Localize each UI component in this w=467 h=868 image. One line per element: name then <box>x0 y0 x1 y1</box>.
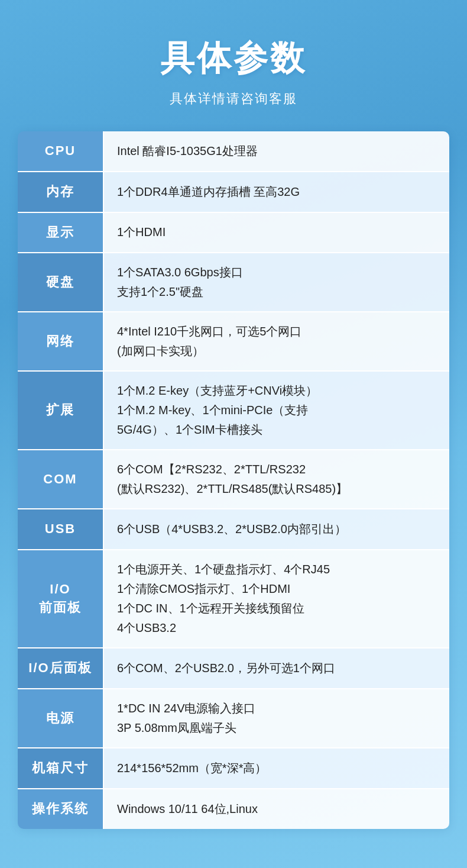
spec-value: 1个M.2 E-key（支持蓝牙+CNVi模块） 1个M.2 M-key、1个m… <box>103 371 449 450</box>
table-row: 机箱尺寸214*156*52mm（宽*深*高） <box>18 748 449 789</box>
spec-value: 6个COM【2*RS232、2*TTL/RS232 (默认RS232)、2*TT… <box>103 450 449 509</box>
spec-label: COM <box>18 450 103 509</box>
table-row: I/O后面板6个COM、2个USB2.0，另外可选1个网口 <box>18 648 449 689</box>
table-row: 显示1个HDMI <box>18 212 449 253</box>
spec-label: I/O 前面板 <box>18 550 103 648</box>
spec-value: 214*156*52mm（宽*深*高） <box>103 748 449 789</box>
spec-value: 1个SATA3.0 6Gbps接口 支持1个2.5"硬盘 <box>103 253 449 312</box>
spec-label: 电源 <box>18 689 103 748</box>
table-row: 内存1个DDR4单通道内存插槽 至高32G <box>18 172 449 212</box>
table-row: I/O 前面板1个电源开关、1个硬盘指示灯、4个RJ45 1个清除CMOS指示灯… <box>18 550 449 648</box>
table-row: 硬盘1个SATA3.0 6Gbps接口 支持1个2.5"硬盘 <box>18 253 449 312</box>
spec-label: 网络 <box>18 312 103 371</box>
page-title: 具体参数 <box>160 36 307 82</box>
table-row: COM6个COM【2*RS232、2*TTL/RS232 (默认RS232)、2… <box>18 450 449 509</box>
spec-value: 1*DC IN 24V电源输入接口 3P 5.08mm凤凰端子头 <box>103 689 449 748</box>
spec-label: USB <box>18 509 103 550</box>
spec-label: 操作系统 <box>18 789 103 829</box>
table-row: 电源1*DC IN 24V电源输入接口 3P 5.08mm凤凰端子头 <box>18 689 449 748</box>
spec-label: 显示 <box>18 212 103 253</box>
spec-label: CPU <box>18 131 103 172</box>
table-row: CPUIntel 酷睿I5-1035G1处理器 <box>18 131 449 172</box>
spec-label: 机箱尺寸 <box>18 748 103 789</box>
spec-value: 6个COM、2个USB2.0，另外可选1个网口 <box>103 648 449 689</box>
spec-value: 1个HDMI <box>103 212 449 253</box>
page-subtitle: 具体详情请咨询客服 <box>170 90 297 108</box>
spec-value: 4*Intel I210千兆网口，可选5个网口 (加网口卡实现） <box>103 312 449 371</box>
spec-value: Windows 10/11 64位,Linux <box>103 789 449 829</box>
spec-label: I/O后面板 <box>18 648 103 689</box>
spec-value: 1个DDR4单通道内存插槽 至高32G <box>103 172 449 212</box>
spec-value: Intel 酷睿I5-1035G1处理器 <box>103 131 449 172</box>
spec-label: 内存 <box>18 172 103 212</box>
table-row: 操作系统Windows 10/11 64位,Linux <box>18 789 449 829</box>
table-row: 扩展1个M.2 E-key（支持蓝牙+CNVi模块） 1个M.2 M-key、1… <box>18 371 449 450</box>
spec-value: 1个电源开关、1个硬盘指示灯、4个RJ45 1个清除CMOS指示灯、1个HDMI… <box>103 550 449 648</box>
table-row: USB6个USB（4*USB3.2、2*USB2.0内部引出） <box>18 509 449 550</box>
spec-label: 扩展 <box>18 371 103 450</box>
table-row: 网络4*Intel I210千兆网口，可选5个网口 (加网口卡实现） <box>18 312 449 371</box>
spec-table: CPUIntel 酷睿I5-1035G1处理器内存1个DDR4单通道内存插槽 至… <box>18 131 449 829</box>
spec-value: 6个USB（4*USB3.2、2*USB2.0内部引出） <box>103 509 449 550</box>
spec-label: 硬盘 <box>18 253 103 312</box>
